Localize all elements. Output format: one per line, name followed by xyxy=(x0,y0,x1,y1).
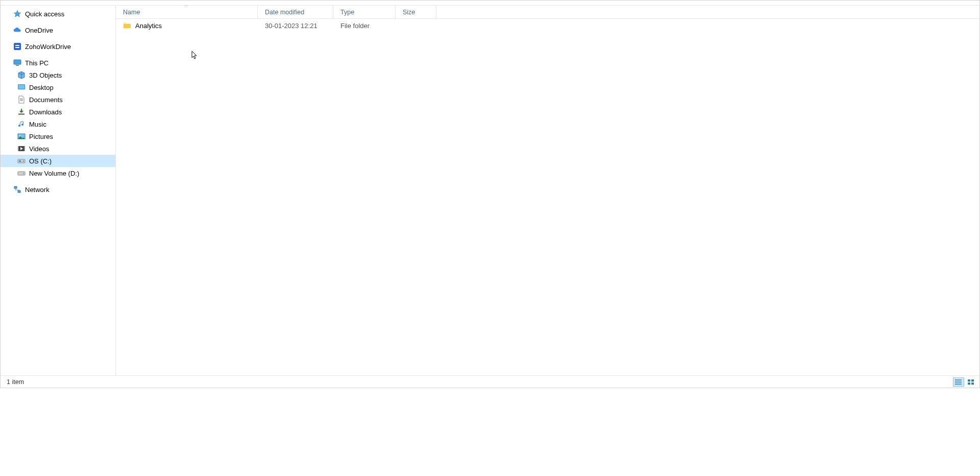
sidebar-item-quick-access[interactable]: Quick access xyxy=(1,8,115,20)
sidebar-item-documents[interactable]: Documents xyxy=(1,93,115,106)
drive-icon xyxy=(17,169,26,178)
svg-rect-5 xyxy=(18,85,24,89)
svg-rect-24 xyxy=(968,383,970,385)
sidebar-label: Network xyxy=(25,186,50,194)
sidebar-label: Videos xyxy=(29,145,50,153)
sidebar-label: New Volume (D:) xyxy=(29,170,79,177)
column-label: Type xyxy=(340,9,354,16)
svg-rect-22 xyxy=(968,379,970,382)
download-icon xyxy=(17,107,26,116)
file-type: File folder xyxy=(333,22,396,30)
sidebar-item-zoho[interactable]: ZohoWorkDrive xyxy=(1,40,115,53)
svg-rect-17 xyxy=(14,186,17,188)
svg-rect-13 xyxy=(19,160,21,162)
file-list[interactable]: Analytics 30-01-2023 12:21 File folder xyxy=(116,19,979,375)
svg-point-20 xyxy=(955,382,956,383)
column-type[interactable]: Type xyxy=(333,6,396,18)
svg-point-14 xyxy=(23,161,24,162)
item-count: 1 item xyxy=(7,378,24,386)
sidebar-label: Downloads xyxy=(29,108,62,116)
sidebar-label: Quick access xyxy=(25,10,64,18)
column-date[interactable]: Date modified xyxy=(258,6,333,18)
body: Quick access OneDrive ZohoWorkDrive xyxy=(1,6,979,375)
cursor-icon xyxy=(191,51,198,60)
view-details-button[interactable] xyxy=(953,377,964,387)
sidebar-item-newvol[interactable]: New Volume (D:) xyxy=(1,167,115,179)
cube-icon xyxy=(17,70,26,80)
sidebar-item-music[interactable]: Music xyxy=(1,118,115,130)
svg-point-8 xyxy=(19,135,21,136)
sidebar-label: Music xyxy=(29,121,46,128)
list-item[interactable]: Analytics 30-01-2023 12:21 File folder xyxy=(116,19,979,32)
explorer-window: Quick access OneDrive ZohoWorkDrive xyxy=(0,0,980,388)
cloud-icon xyxy=(13,26,22,35)
pictures-icon xyxy=(17,132,26,141)
sidebar-item-this-pc[interactable]: This PC xyxy=(1,57,115,69)
file-name: Analytics xyxy=(135,22,162,30)
file-date: 30-01-2023 12:21 xyxy=(258,22,333,30)
sidebar-item-osc[interactable]: OS (C:) xyxy=(1,155,115,167)
sidebar-label: Pictures xyxy=(29,133,53,140)
sidebar-item-desktop[interactable]: Desktop xyxy=(1,81,115,93)
sidebar-item-network[interactable]: Network xyxy=(1,183,115,196)
content-pane[interactable]: ⌃ Name Date modified Type Size xyxy=(116,6,979,375)
sidebar-item-downloads[interactable]: Downloads xyxy=(1,106,115,118)
folder-icon xyxy=(123,21,131,30)
toolbar-placeholder xyxy=(1,1,979,6)
svg-rect-18 xyxy=(18,191,20,193)
sidebar-label: ZohoWorkDrive xyxy=(25,43,71,51)
music-icon xyxy=(17,120,26,129)
view-mode-buttons xyxy=(953,377,976,387)
monitor-icon xyxy=(13,58,22,67)
navigation-pane[interactable]: Quick access OneDrive ZohoWorkDrive xyxy=(1,6,116,375)
column-label: Name xyxy=(123,9,140,16)
svg-rect-6 xyxy=(18,113,24,115)
svg-rect-1 xyxy=(14,43,21,50)
sidebar-label: Desktop xyxy=(29,84,54,91)
sidebar-item-videos[interactable]: Videos xyxy=(1,142,115,155)
sort-ascending-icon: ⌃ xyxy=(185,6,189,9)
svg-rect-10 xyxy=(18,146,19,151)
svg-point-21 xyxy=(955,384,956,385)
column-label: Size xyxy=(403,9,415,16)
sidebar-label: 3D Objects xyxy=(29,72,62,79)
star-icon xyxy=(13,9,22,18)
sidebar-label: Documents xyxy=(29,96,63,104)
network-icon xyxy=(13,185,22,194)
svg-point-16 xyxy=(23,173,24,174)
sidebar-label: OS (C:) xyxy=(29,157,52,165)
column-label: Date modified xyxy=(265,9,304,16)
svg-rect-2 xyxy=(14,60,21,64)
svg-rect-3 xyxy=(16,65,19,66)
sidebar-item-pictures[interactable]: Pictures xyxy=(1,130,115,142)
svg-rect-25 xyxy=(971,383,974,385)
desktop-icon xyxy=(17,83,26,92)
sidebar-item-3d-objects[interactable]: 3D Objects xyxy=(1,69,115,81)
view-large-icons-button[interactable] xyxy=(965,377,976,387)
column-headers: ⌃ Name Date modified Type Size xyxy=(116,6,979,19)
svg-point-19 xyxy=(955,379,956,380)
svg-marker-0 xyxy=(14,10,20,17)
column-size[interactable]: Size xyxy=(396,6,436,18)
document-icon xyxy=(17,95,26,104)
drive-icon xyxy=(17,156,26,165)
sidebar-item-onedrive[interactable]: OneDrive xyxy=(1,24,115,36)
videos-icon xyxy=(17,144,26,153)
workdrive-icon xyxy=(13,42,22,51)
sidebar-label: This PC xyxy=(25,59,48,67)
status-bar: 1 item xyxy=(1,375,979,388)
svg-rect-23 xyxy=(971,379,974,382)
column-name[interactable]: ⌃ Name xyxy=(116,6,258,18)
sidebar-label: OneDrive xyxy=(25,27,53,34)
svg-rect-11 xyxy=(24,146,25,151)
